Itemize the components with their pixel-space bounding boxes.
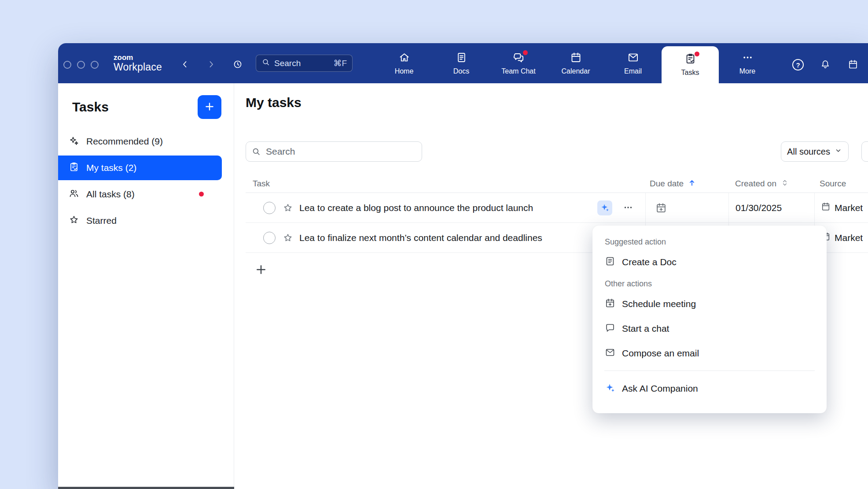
- source-label: Market: [835, 203, 863, 213]
- menu-item-ask-ai-companion[interactable]: Ask AI Companion: [592, 376, 827, 401]
- task-row: Lea to create a blog post to announce th…: [246, 193, 868, 223]
- sidebar-title: Tasks: [72, 100, 109, 115]
- chevron-left-icon: [180, 59, 191, 71]
- truncated-toolbar-button[interactable]: [861, 141, 868, 162]
- star-icon: [283, 208, 293, 215]
- people-icon: [69, 188, 79, 201]
- primary-nav: Home Docs Team Chat Calendar Emai: [375, 43, 776, 83]
- column-header-created-on[interactable]: Created on: [735, 174, 789, 193]
- ai-companion-button[interactable]: [597, 200, 612, 215]
- window-bottom-edge: [58, 487, 234, 489]
- team-chat-badge: [523, 50, 528, 55]
- schedule-button[interactable]: [845, 57, 861, 73]
- nav-tasks-label: Tasks: [681, 69, 699, 77]
- chevron-right-icon: [206, 59, 216, 71]
- source-cell: Market: [814, 193, 868, 222]
- nav-email[interactable]: Email: [604, 43, 662, 83]
- task-title[interactable]: Lea to create a blog post to announce th…: [299, 193, 533, 223]
- back-button[interactable]: [177, 57, 193, 73]
- ellipsis-icon: [742, 52, 754, 65]
- global-search-placeholder: Search: [274, 59, 301, 68]
- task-search-input[interactable]: [246, 141, 422, 162]
- add-task-button[interactable]: [254, 263, 268, 276]
- column-header-source[interactable]: Source: [820, 174, 846, 193]
- nav-tasks[interactable]: Tasks: [662, 46, 719, 83]
- menu-item-label: Ask AI Companion: [622, 383, 698, 394]
- sidebar-item-starred[interactable]: Starred: [58, 208, 222, 233]
- task-complete-checkbox[interactable]: [263, 232, 276, 244]
- home-icon: [398, 52, 410, 65]
- column-label: Source: [820, 179, 846, 189]
- window-control-minimize[interactable]: [77, 61, 85, 69]
- window-control-zoom[interactable]: [91, 61, 99, 69]
- task-complete-checkbox[interactable]: [263, 202, 276, 214]
- sources-filter-button[interactable]: All sources: [781, 141, 849, 162]
- global-search[interactable]: Search ⌘F: [256, 55, 353, 72]
- brand-zoom: zoom: [114, 54, 162, 62]
- plus-icon: [204, 101, 215, 114]
- sort-ascending-icon: [688, 178, 696, 189]
- search-shortcut: ⌘F: [333, 58, 347, 68]
- notifications-button[interactable]: [817, 57, 833, 73]
- nav-calendar[interactable]: Calendar: [547, 43, 604, 83]
- new-task-button[interactable]: [198, 95, 221, 119]
- column-header-due-date[interactable]: Due date: [650, 174, 696, 193]
- table-header: Task Due date Created on Source: [246, 174, 868, 193]
- history-button[interactable]: [230, 57, 246, 73]
- help-button[interactable]: ?: [790, 57, 806, 73]
- more-actions-button[interactable]: [620, 200, 636, 216]
- column-label: Task: [253, 179, 270, 189]
- sidebar-item-all-tasks[interactable]: All tasks (8): [58, 182, 222, 207]
- nav-docs-label: Docs: [453, 67, 469, 75]
- chat-bubble-icon: [605, 322, 615, 335]
- column-header-task[interactable]: Task: [253, 174, 270, 193]
- nav-email-label: Email: [624, 67, 642, 75]
- email-icon: [627, 52, 639, 65]
- menu-item-label: Compose an email: [622, 348, 699, 359]
- nav-docs[interactable]: Docs: [433, 43, 490, 83]
- sidebar: Tasks Recommended (9) My tasks (2) All t…: [58, 83, 234, 489]
- menu-item-start-chat[interactable]: Start a chat: [592, 316, 827, 341]
- nav-calendar-label: Calendar: [562, 67, 590, 75]
- sort-icon: [780, 178, 789, 189]
- sidebar-item-label: Recommended (9): [86, 136, 163, 147]
- nav-home[interactable]: Home: [375, 43, 433, 83]
- calendar-plus-icon: [655, 208, 667, 215]
- star-icon: [69, 215, 79, 227]
- add-due-date-button[interactable]: [655, 202, 667, 214]
- docs-icon: [456, 52, 467, 65]
- page-title: My tasks: [246, 95, 302, 110]
- sidebar-item-my-tasks[interactable]: My tasks (2): [58, 156, 222, 180]
- sidebar-item-label: Starred: [86, 215, 117, 226]
- nav-team-chat-label: Team Chat: [501, 67, 535, 75]
- forward-button[interactable]: [203, 57, 219, 73]
- calendar-plus-icon: [605, 298, 615, 311]
- calendar-icon: [848, 59, 858, 71]
- tasks-badge: [695, 52, 699, 56]
- menu-item-label: Schedule meeting: [622, 299, 696, 309]
- menu-item-create-doc[interactable]: Create a Doc: [592, 250, 827, 274]
- ai-sparkle-icon: [600, 203, 610, 214]
- envelope-icon: [605, 347, 615, 360]
- action-menu: Suggested action Create a Doc Other acti…: [592, 226, 827, 413]
- task-filters: Recommended (9) My tasks (2) All tasks (…: [58, 129, 234, 233]
- menu-section-label: Suggested action: [592, 233, 827, 250]
- nav-team-chat[interactable]: Team Chat: [490, 43, 547, 83]
- sidebar-item-recommended[interactable]: Recommended (9): [58, 129, 222, 154]
- app-window: zoom Workplace Search ⌘F Home: [58, 43, 868, 489]
- unread-dot: [199, 192, 204, 196]
- brand-workplace: Workplace: [114, 62, 162, 73]
- favorite-button[interactable]: [283, 233, 293, 243]
- ai-sparkle-icon: [605, 382, 615, 395]
- help-icon: ?: [792, 59, 804, 70]
- task-title[interactable]: Lea to finalize next month’s content cal…: [299, 223, 542, 253]
- created-on-value: 01/30/2025: [728, 193, 814, 222]
- menu-item-compose-email[interactable]: Compose an email: [592, 341, 827, 366]
- favorite-button[interactable]: [283, 203, 293, 213]
- window-controls: [63, 61, 99, 69]
- menu-item-label: Create a Doc: [622, 257, 677, 267]
- menu-item-schedule-meeting[interactable]: Schedule meeting: [592, 292, 827, 316]
- menu-divider: [604, 370, 815, 371]
- nav-more[interactable]: More: [719, 43, 776, 83]
- window-control-close[interactable]: [63, 61, 71, 69]
